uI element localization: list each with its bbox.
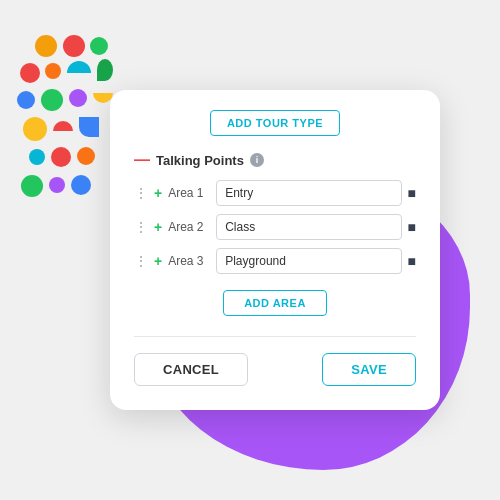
add-item-button-1[interactable]: +: [154, 185, 162, 201]
area-list: ⋮ + Area 1 ■ ⋮ + Area 2 ■ ⋮ + Area 3 ■: [134, 180, 416, 274]
deco-circle-purple2: [49, 177, 65, 193]
deco-circle-green3: [21, 175, 43, 197]
section-title: Talking Points: [156, 153, 244, 168]
deco-half-red: [53, 121, 73, 131]
deco-circle-yellow2: [23, 117, 47, 141]
deco-circle-red: [63, 35, 85, 57]
deco-circle-red3: [51, 147, 71, 167]
area-input-1[interactable]: [216, 180, 401, 206]
add-area-button[interactable]: ADD AREA: [223, 290, 327, 316]
deco-sector-blue: [79, 117, 99, 137]
deco-circle-cyan: [29, 149, 45, 165]
deco-circle-purple: [69, 89, 87, 107]
area-input-3[interactable]: [216, 248, 401, 274]
area-input-2[interactable]: [216, 214, 401, 240]
deco-circle-red2: [20, 63, 40, 83]
deco-circle-orange: [45, 63, 61, 79]
dialog: ADD TOUR TYPE — Talking Points i ⋮ + Are…: [110, 90, 440, 410]
deco-leaf-green: [97, 59, 113, 81]
deco-half-cyan: [67, 61, 91, 73]
section-header: — Talking Points i: [134, 152, 416, 168]
divider: [134, 336, 416, 337]
delete-button-2[interactable]: ■: [408, 219, 416, 235]
table-row: ⋮ + Area 2 ■: [134, 214, 416, 240]
deco-circle-blue: [17, 91, 35, 109]
drag-handle-3[interactable]: ⋮: [134, 253, 148, 269]
cancel-button[interactable]: CANCEL: [134, 353, 248, 386]
add-item-button-3[interactable]: +: [154, 253, 162, 269]
deco-circle-green: [90, 37, 108, 55]
dialog-footer: CANCEL SAVE: [134, 353, 416, 386]
table-row: ⋮ + Area 3 ■: [134, 248, 416, 274]
deco-circle-blue2: [71, 175, 91, 195]
area-label-2: Area 2: [168, 220, 210, 234]
add-tour-type-button[interactable]: ADD TOUR TYPE: [210, 110, 340, 136]
area-label-1: Area 1: [168, 186, 210, 200]
delete-button-3[interactable]: ■: [408, 253, 416, 269]
area-label-3: Area 3: [168, 254, 210, 268]
decorative-shapes: [15, 35, 145, 255]
add-item-button-2[interactable]: +: [154, 219, 162, 235]
table-row: ⋮ + Area 1 ■: [134, 180, 416, 206]
deco-circle-yellow: [35, 35, 57, 57]
deco-circle-green2: [41, 89, 63, 111]
deco-circle-orange2: [77, 147, 95, 165]
save-button[interactable]: SAVE: [322, 353, 416, 386]
deco-half-yellow: [93, 93, 113, 103]
info-icon[interactable]: i: [250, 153, 264, 167]
delete-button-1[interactable]: ■: [408, 185, 416, 201]
